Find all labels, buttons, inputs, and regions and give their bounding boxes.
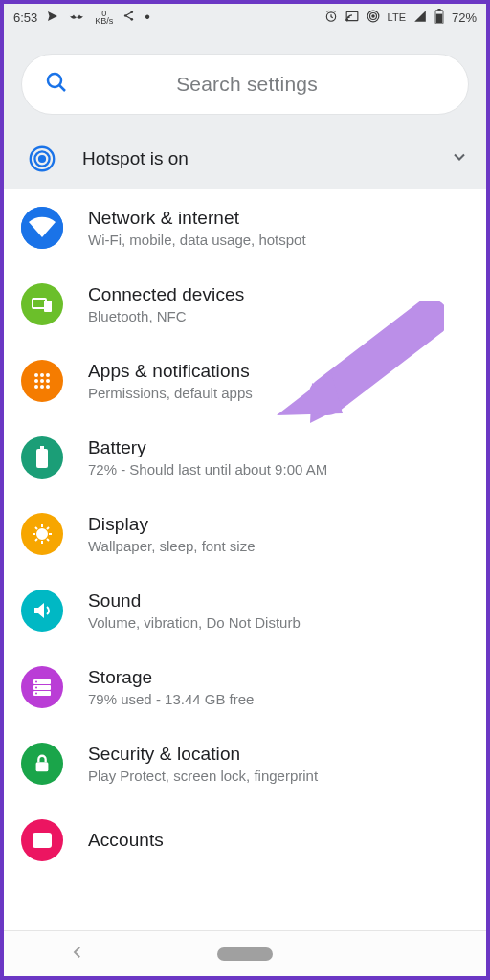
data-rate-indicator: 0 KB/s (95, 10, 113, 25)
svg-rect-10 (437, 9, 440, 11)
settings-item-battery[interactable]: Battery 72% - Should last until about 9:… (4, 419, 486, 496)
item-title: Network & internet (88, 208, 306, 229)
svg-rect-37 (36, 762, 49, 771)
item-title: Accounts (88, 830, 164, 851)
svg-point-13 (39, 156, 45, 162)
search-input[interactable]: Search settings (21, 54, 469, 115)
battery-icon (21, 436, 63, 479)
svg-rect-11 (436, 13, 442, 23)
svg-point-21 (46, 373, 50, 377)
settings-item-devices[interactable]: Connected devices Bluetooth, NFC (4, 266, 486, 343)
settings-item-apps[interactable]: Apps & notifications Permissions, defaul… (4, 343, 486, 419)
svg-point-26 (40, 385, 44, 389)
location-icon (47, 11, 58, 25)
account-icon (21, 819, 63, 861)
svg-point-24 (46, 379, 50, 383)
item-title: Storage (88, 667, 254, 688)
sound-icon (21, 590, 63, 632)
search-placeholder: Search settings (49, 73, 445, 96)
settings-item-sound[interactable]: Sound Volume, vibration, Do Not Disturb (4, 572, 486, 649)
svg-point-30 (37, 529, 47, 539)
item-subtitle: 79% used - 13.44 GB free (88, 691, 254, 707)
settings-item-display[interactable]: Display Wallpaper, sleep, font size (4, 496, 486, 572)
back-button[interactable] (69, 944, 86, 965)
network-type: LTE (388, 11, 406, 23)
item-title: Battery (88, 437, 327, 458)
dot-icon: • (145, 9, 150, 26)
item-subtitle: 72% - Should last until about 9:00 AM (88, 461, 327, 478)
svg-point-5 (345, 19, 347, 21)
settings-list: Network & internet Wi-Fi, mobile, data u… (4, 189, 486, 930)
lock-icon (21, 743, 63, 785)
svg-rect-28 (40, 446, 44, 449)
battery-percent: 72% (452, 11, 477, 25)
svg-rect-18 (44, 301, 52, 312)
alarm-icon (324, 10, 338, 26)
svg-point-35 (35, 687, 37, 689)
svg-point-23 (40, 379, 44, 383)
svg-point-25 (34, 385, 38, 389)
storage-icon (21, 666, 63, 708)
item-subtitle: Volume, vibration, Do Not Disturb (88, 614, 301, 631)
svg-point-6 (371, 14, 373, 16)
suggestion-hotspot[interactable]: Hotspot is on (4, 132, 486, 189)
item-subtitle: Permissions, default apps (88, 385, 253, 401)
home-pill[interactable] (217, 947, 273, 961)
suggestion-text: Hotspot is on (82, 148, 450, 169)
battery-icon (434, 9, 444, 27)
devices-icon (21, 283, 63, 325)
item-subtitle: Bluetooth, NFC (88, 308, 244, 324)
svg-point-39 (37, 838, 42, 843)
wifi-icon (21, 207, 63, 249)
hotspot-icon (21, 145, 63, 172)
settings-item-account[interactable]: Accounts (4, 802, 486, 879)
hotspot-status-icon (367, 10, 380, 26)
item-subtitle: Play Protect, screen lock, fingerprint (88, 768, 318, 784)
svg-point-36 (35, 693, 37, 695)
signal-icon (413, 10, 427, 26)
mustache-icon (68, 11, 85, 25)
item-title: Security & location (88, 744, 318, 765)
item-title: Apps & notifications (88, 361, 253, 382)
svg-point-19 (34, 373, 38, 377)
display-icon (21, 513, 63, 555)
svg-rect-17 (33, 299, 46, 308)
item-subtitle: Wi-Fi, mobile, data usage, hotspot (88, 232, 306, 248)
chevron-down-icon (450, 147, 469, 170)
item-title: Connected devices (88, 284, 244, 305)
item-subtitle: Wallpaper, sleep, font size (88, 538, 256, 554)
svg-point-34 (35, 681, 37, 683)
share-icon (122, 10, 135, 25)
settings-item-lock[interactable]: Security & location Play Protect, screen… (4, 725, 486, 802)
settings-item-wifi[interactable]: Network & internet Wi-Fi, mobile, data u… (4, 189, 486, 266)
item-title: Display (88, 514, 256, 535)
settings-item-storage[interactable]: Storage 79% used - 13.44 GB free (4, 649, 486, 725)
system-nav-bar (4, 930, 486, 976)
cast-icon (345, 10, 359, 26)
apps-icon (21, 360, 63, 402)
status-bar: 6:53 0 KB/s • (4, 4, 486, 31)
svg-rect-29 (36, 449, 48, 468)
svg-point-27 (46, 385, 50, 389)
search-container: Search settings (4, 31, 486, 132)
svg-point-20 (40, 373, 44, 377)
item-title: Sound (88, 590, 301, 612)
status-time: 6:53 (13, 11, 37, 25)
svg-point-22 (34, 379, 38, 383)
